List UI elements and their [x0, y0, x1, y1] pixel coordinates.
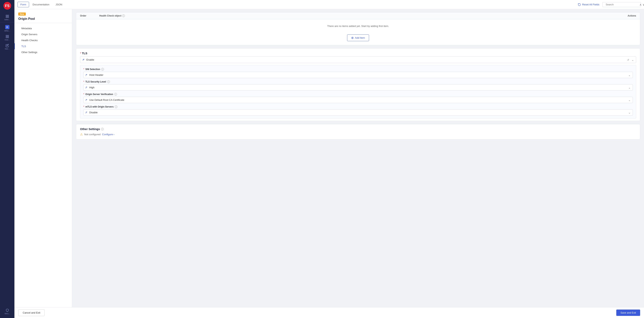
health-checks-card: Order Health Check object i Actions Ther…	[76, 12, 640, 45]
tls-security-info-icon[interactable]: i	[107, 80, 110, 83]
avatar-icon: D	[5, 25, 10, 29]
add-item-button[interactable]: ⊕ Add Item	[347, 34, 369, 41]
tls-inner-box: * SNI Selection i ↱ Host Header Custom	[80, 65, 636, 118]
configure-link[interactable]: Configure ›	[102, 133, 114, 136]
cancel-button[interactable]: Cancel and Exit	[18, 309, 45, 316]
left-nav: New Origin Pool Metadata Origin Servers …	[14, 9, 72, 307]
topbar: Form Documentation JSON Reset All Fields…	[14, 0, 644, 9]
svg-rect-7	[8, 37, 8, 38]
sidebar-item-manage[interactable]: Man...	[0, 42, 14, 51]
nav-item-metadata[interactable]: Metadata	[14, 26, 72, 31]
outer-sidebar: F5 Selec... D defau... Over... Man... Se…	[0, 0, 14, 318]
tls-security-label: TLS Security Level	[86, 80, 106, 83]
other-settings-info-icon[interactable]: i	[101, 128, 104, 130]
sni-label: SNI Selection	[86, 68, 100, 70]
nav-item-health-checks[interactable]: Health Checks	[14, 37, 72, 43]
reset-icon	[578, 3, 581, 6]
tab-documentation[interactable]: Documentation	[30, 2, 52, 7]
svg-rect-0	[6, 15, 7, 16]
tls-sec-required: *	[83, 80, 84, 83]
overview-icon	[6, 35, 9, 38]
sni-selection-select[interactable]: Host Header Custom	[83, 72, 633, 78]
nav-item-other-settings[interactable]: Other Settings	[14, 49, 72, 55]
mtls-select[interactable]: Disable Enable	[83, 109, 633, 116]
sni-info-icon[interactable]: i	[101, 68, 104, 70]
tls-security-level-select[interactable]: High Medium Low Custom	[83, 84, 633, 90]
origin-server-verification-group: * Origin Server Verification i ↱ Use Def…	[83, 93, 633, 103]
svg-rect-3	[8, 17, 8, 18]
grid-icon	[6, 14, 9, 18]
hc-info-icon[interactable]: i	[122, 14, 125, 17]
not-configured-text: Not configured	[84, 133, 101, 136]
origin-pool-title: Origin Pool	[18, 17, 68, 20]
bottom-bar: Cancel and Exit Save and Exit	[14, 307, 644, 318]
search-prev-button[interactable]: ∧	[639, 3, 642, 6]
reset-all-fields-button[interactable]: Reset All Fields	[578, 3, 599, 6]
warning-icon: ⚠	[80, 132, 83, 136]
svg-rect-2	[6, 17, 7, 18]
tls-card: * TLS ↱ Enable Disable ↺ ⌄	[76, 48, 640, 121]
tls-section-title: TLS	[82, 52, 87, 55]
new-badge: New	[18, 12, 26, 16]
form-area: Order Health Check object i Actions Ther…	[72, 9, 644, 307]
mtls-group: * mTLS with Origin Servers i ↱ Disable E…	[83, 106, 633, 116]
col-hc-object-header: Health Check object i	[99, 14, 628, 17]
tls-required-marker: *	[80, 52, 81, 55]
other-settings-title: Other Settings	[80, 127, 100, 130]
sni-selection-group: * SNI Selection i ↱ Host Header Custom	[83, 68, 633, 78]
tls-security-level-group: * TLS Security Level i ↱ High Medium	[83, 80, 633, 90]
origin-server-verification-select[interactable]: Use Default Root CA Certificate Custom	[83, 97, 633, 103]
osv-required: *	[83, 93, 84, 96]
search-next-button[interactable]: ∨	[642, 3, 644, 6]
tls-enable-wrapper: ↱ Enable Disable ↺ ⌄	[80, 56, 636, 63]
mtls-info-icon[interactable]: i	[115, 106, 117, 108]
svg-rect-5	[8, 35, 8, 36]
sidebar-item-security[interactable]: Secu...	[0, 307, 14, 316]
save-button[interactable]: Save and Exit	[616, 310, 640, 316]
sidebar-item-select[interactable]: Selec...	[0, 13, 14, 22]
other-settings-card: Other Settings i ⚠ Not configured Config…	[76, 124, 640, 140]
tab-form[interactable]: Form	[18, 2, 29, 7]
col-order-header: Order	[80, 14, 99, 17]
osv-label: Origin Server Verification	[86, 93, 113, 96]
tab-json[interactable]: JSON	[53, 2, 65, 7]
shield-icon	[6, 308, 9, 312]
search-box: ∧ ∨ ✕	[602, 2, 641, 7]
search-input[interactable]	[606, 3, 638, 6]
sidebar-item-default[interactable]: D defau...	[0, 24, 14, 33]
nav-item-origin-servers[interactable]: Origin Servers	[14, 31, 72, 37]
edit-icon	[6, 44, 9, 47]
mtls-label: mTLS with Origin Servers	[86, 106, 114, 108]
col-actions-header: Actions	[628, 14, 636, 17]
osv-info-icon[interactable]: i	[114, 93, 117, 96]
app-logo[interactable]: F5	[4, 2, 11, 10]
plus-icon: ⊕	[351, 36, 354, 40]
configure-chevron-icon: ›	[114, 133, 114, 136]
svg-rect-1	[8, 15, 8, 16]
empty-state: There are no items added yet. Start by a…	[76, 19, 640, 33]
svg-rect-4	[6, 35, 7, 36]
svg-rect-6	[6, 37, 7, 38]
tls-enable-select[interactable]: Enable Disable	[80, 56, 636, 63]
mtls-required: *	[83, 106, 84, 108]
sidebar-item-overview[interactable]: Over...	[0, 33, 14, 42]
sni-required: *	[83, 68, 84, 70]
nav-item-tls[interactable]: TLS	[14, 43, 72, 49]
